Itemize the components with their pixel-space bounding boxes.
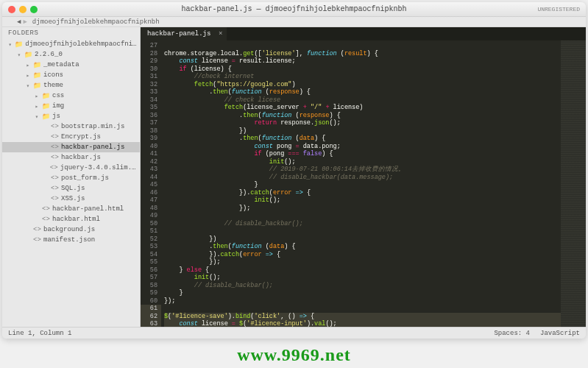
- expand-icon[interactable]: ▸: [35, 103, 39, 110]
- tree-row[interactable]: <>hackbar-panel.js: [2, 142, 140, 152]
- indent-setting[interactable]: Spaces: 4: [494, 330, 530, 337]
- nav-bar: ◀ ▶ djmoeojfnihjolebkehmpaocfnipknbh: [2, 17, 586, 27]
- expand-icon[interactable]: ▾: [8, 41, 12, 48]
- file-icon: 📁: [33, 82, 40, 90]
- file-label: 2.2.6_0: [35, 51, 63, 58]
- tree-row[interactable]: ▸📁img: [2, 101, 140, 111]
- file-icon: <>: [51, 144, 58, 151]
- nav-fwd-icon[interactable]: ▶: [23, 18, 26, 26]
- expand-icon[interactable]: ▾: [35, 113, 39, 120]
- file-label: hackbar-panel.html: [52, 205, 124, 213]
- unregistered-label: UNREGISTERED: [537, 6, 580, 13]
- close-icon[interactable]: ×: [219, 30, 222, 38]
- file-icon: 📁: [33, 71, 40, 79]
- file-label: img: [52, 102, 64, 110]
- file-icon: <>: [33, 226, 40, 233]
- file-label: djmoeojfnihjolebkehmpaocfnipknbh: [25, 40, 137, 48]
- tree-row[interactable]: ▸📁_metadata: [2, 60, 140, 70]
- file-label: XSS.js: [61, 195, 85, 202]
- file-icon: <>: [50, 164, 57, 171]
- tree-row[interactable]: <>bootstrap.min.js: [2, 121, 140, 132]
- editor[interactable]: 27 28 29 30 31 32 33 34 35 36 37 38 39 4…: [141, 40, 586, 327]
- file-label: css: [52, 92, 64, 99]
- tree-row[interactable]: <>hackbar-panel.html: [2, 204, 140, 214]
- tree-row[interactable]: <>background.js: [2, 224, 140, 235]
- file-icon: 📁: [33, 61, 40, 69]
- titlebar[interactable]: hackbar-panel.js — djmoeojfnihjolebkehmp…: [2, 2, 586, 17]
- main-area: FOLDERS ▾📁djmoeojfnihjolebkehmpaocfnipkn…: [2, 27, 586, 327]
- min-dot[interactable]: [19, 6, 26, 13]
- tree-row[interactable]: <>post_form.js: [2, 173, 140, 183]
- expand-icon[interactable]: ▸: [35, 93, 39, 99]
- status-right: Spaces: 4 JavaScript: [494, 330, 580, 337]
- nav-back-icon[interactable]: ◀: [17, 18, 21, 26]
- file-tree[interactable]: ▾📁djmoeojfnihjolebkehmpaocfnipknbh▾📁2.2.…: [2, 39, 140, 245]
- file-icon: 📁: [24, 51, 32, 59]
- file-label: hackbar.html: [52, 216, 100, 223]
- sidebar[interactable]: FOLDERS ▾📁djmoeojfnihjolebkehmpaocfnipkn…: [2, 27, 141, 327]
- file-label: jquery-3.4.0.slim.min.js: [60, 164, 137, 171]
- file-label: Encrypt.js: [61, 133, 101, 141]
- file-icon: 📁: [42, 113, 49, 121]
- tree-row[interactable]: <>manifest.json: [2, 235, 140, 245]
- syntax-setting[interactable]: JavaScript: [540, 330, 580, 337]
- line-gutter: 27 28 29 30 31 32 33 34 35 36 37 38 39 4…: [141, 40, 161, 327]
- expand-icon[interactable]: ▾: [17, 52, 21, 58]
- file-icon: <>: [42, 216, 49, 223]
- app-window: hackbar-panel.js — djmoeojfnihjolebkehmp…: [2, 2, 586, 339]
- folders-heading: FOLDERS: [2, 27, 140, 39]
- file-label: _metadata: [43, 61, 79, 68]
- minimap[interactable]: [561, 40, 586, 327]
- file-label: hackbar.js: [61, 154, 101, 161]
- file-icon: 📁: [42, 92, 49, 100]
- tree-row[interactable]: ▾📁js: [2, 111, 140, 121]
- file-label: js: [52, 113, 60, 120]
- code-area[interactable]: chrome.storage.local.get(['license'], fu…: [161, 40, 561, 327]
- tree-row[interactable]: ▾📁theme: [2, 80, 140, 91]
- tree-row[interactable]: <>Encrypt.js: [2, 132, 140, 142]
- window-title: hackbar-panel.js — djmoeojfnihjolebkehmp…: [2, 5, 586, 13]
- tree-row[interactable]: <>XSS.js: [2, 194, 140, 204]
- close-dot[interactable]: [8, 6, 15, 13]
- watermark: www.9969.net: [0, 345, 588, 365]
- file-icon: <>: [51, 185, 58, 192]
- traffic-lights: [2, 6, 38, 13]
- file-icon: <>: [51, 133, 58, 141]
- file-icon: <>: [51, 174, 58, 182]
- tree-row[interactable]: ▾📁2.2.6_0: [2, 49, 140, 60]
- tree-row[interactable]: <>hackbar.html: [2, 214, 140, 224]
- max-dot[interactable]: [30, 6, 38, 13]
- breadcrumb[interactable]: djmoeojfnihjolebkehmpaocfnipknbh: [32, 18, 160, 26]
- tree-row[interactable]: ▾📁djmoeojfnihjolebkehmpaocfnipknbh: [2, 39, 140, 49]
- file-label: manifest.json: [43, 236, 95, 244]
- file-icon: <>: [51, 154, 58, 161]
- tree-row[interactable]: ▸📁css: [2, 91, 140, 101]
- expand-icon[interactable]: ▸: [26, 72, 30, 79]
- editor-pane: hackbar-panel.js× 27 28 29 30 31 32 33 3…: [141, 27, 586, 327]
- file-label: icons: [43, 71, 63, 79]
- file-label: bootstrap.min.js: [61, 123, 124, 130]
- status-bar[interactable]: Line 1, Column 1 Spaces: 4 JavaScript: [2, 327, 586, 339]
- file-label: SQL.js: [61, 185, 85, 192]
- expand-icon[interactable]: ▸: [26, 62, 30, 68]
- file-icon: <>: [51, 195, 58, 202]
- file-icon: 📁: [42, 102, 49, 110]
- file-icon: 📁: [15, 40, 22, 49]
- tab-label: hackbar-panel.js: [147, 30, 210, 38]
- expand-icon[interactable]: ▾: [26, 82, 30, 89]
- file-label: theme: [43, 82, 63, 89]
- file-label: post_form.js: [61, 174, 109, 182]
- file-tab[interactable]: hackbar-panel.js×: [141, 27, 227, 40]
- tree-row[interactable]: <>hackbar.js: [2, 152, 140, 163]
- tree-row[interactable]: <>SQL.js: [2, 183, 140, 194]
- file-label: hackbar-panel.js: [61, 144, 124, 151]
- file-icon: <>: [42, 205, 49, 213]
- tab-bar[interactable]: hackbar-panel.js×: [141, 27, 586, 40]
- cursor-pos[interactable]: Line 1, Column 1: [8, 330, 71, 337]
- tree-row[interactable]: ▸📁icons: [2, 70, 140, 80]
- tree-row[interactable]: <>jquery-3.4.0.slim.min.js: [2, 163, 140, 173]
- file-icon: <>: [51, 123, 58, 130]
- file-label: background.js: [43, 226, 95, 233]
- file-icon: <>: [33, 236, 40, 244]
